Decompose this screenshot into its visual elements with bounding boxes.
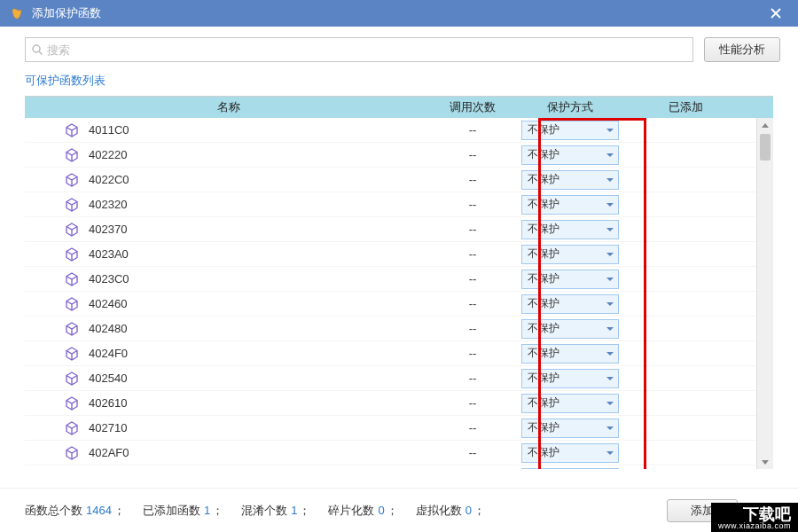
table-row[interactable]: 402710--不保护 [25,416,772,441]
protect-mode-dropdown[interactable]: 不保护 [521,419,619,438]
scroll-thumb[interactable] [760,134,771,160]
table-row[interactable]: 402460--不保护 [25,292,772,317]
protect-mode-dropdown[interactable]: 不保护 [521,369,619,388]
cell-name: 4023A0 [25,246,433,262]
protect-mode-dropdown[interactable]: 不保护 [521,394,619,413]
cube-icon [64,346,80,362]
col-added[interactable]: 已添加 [628,99,743,115]
cell-name: 402480 [25,321,433,337]
chevron-down-icon [606,203,614,207]
cell-calls: -- [433,322,512,335]
protect-mode-dropdown[interactable]: 不保护 [521,344,619,364]
cell-calls: -- [433,446,512,459]
protect-mode-dropdown[interactable]: 不保护 [521,270,619,289]
scroll-down-button[interactable] [757,455,773,469]
protect-mode-dropdown[interactable]: 不保护 [521,468,619,470]
cell-calls: -- [433,272,512,286]
protect-mode-dropdown[interactable]: 不保护 [521,443,619,463]
table-row[interactable]: 4023A0--不保护 [25,242,772,267]
cube-icon [64,222,80,238]
performance-button[interactable]: 性能分析 [704,37,780,62]
cell-calls: -- [433,247,512,261]
cube-icon [64,445,80,461]
protect-mode-dropdown[interactable]: 不保护 [521,319,619,339]
watermark: 下载吧 www.xiazaiba.com [711,503,798,532]
chevron-down-icon [606,402,614,405]
table-row[interactable]: 402220--不保护 [25,143,772,168]
confuse-value: 1 [291,504,297,517]
cell-mode: 不保护 [512,145,628,165]
cell-name: 4022C0 [25,172,433,188]
col-calls[interactable]: 调用次数 [433,99,512,115]
close-button[interactable] [763,0,789,27]
chevron-down-icon [606,178,614,182]
cell-name: 4011C0 [25,122,433,138]
cell-mode: 不保护 [512,369,628,388]
chevron-down-icon [606,302,614,306]
chevron-down-icon [606,278,614,281]
table-row[interactable]: 4023C0--不保护 [25,267,772,292]
cube-icon [64,271,80,287]
table-row[interactable]: 402370--不保护 [25,217,772,242]
added-value: 1 [204,504,210,517]
search-input-wrap[interactable] [25,37,693,62]
cube-icon [64,122,80,138]
search-icon [31,43,43,56]
cell-name: 4024F0 [25,346,433,362]
col-name[interactable]: 名称 [25,99,433,115]
table-header: 名称 调用次数 保护方式 已添加 [25,97,773,118]
cell-mode: 不保护 [512,344,628,364]
function-name: 4023C0 [89,272,129,286]
table-row[interactable]: 402AF0--不保护 [25,441,772,466]
protect-mode-dropdown[interactable]: 不保护 [521,220,619,239]
cell-mode: 不保护 [512,443,628,463]
protect-mode-dropdown[interactable]: 不保护 [521,121,619,140]
search-input[interactable] [47,43,687,57]
scrollbar[interactable] [756,118,772,469]
table-row[interactable]: 4022C0--不保护 [25,168,772,192]
list-label: 可保护函数列表 [0,69,798,96]
cell-mode: 不保护 [512,394,628,413]
cell-mode: 不保护 [512,170,628,190]
table-row[interactable]: 402C00--不保护 [25,466,772,469]
chevron-down-icon [606,451,614,455]
function-name: 402370 [89,223,127,236]
function-name: 402AF0 [89,446,129,459]
table-row[interactable]: 402480--不保护 [25,317,772,341]
function-name: 4023A0 [89,247,129,261]
table-row[interactable]: 4011C0--不保护 [25,118,772,143]
table-row[interactable]: 4024F0--不保护 [25,341,772,366]
chevron-down-icon [606,253,614,256]
function-name: 402540 [89,372,127,385]
cube-icon [64,147,80,163]
cell-calls: -- [433,297,512,310]
window-title: 添加保护函数 [32,5,763,21]
protect-mode-dropdown[interactable]: 不保护 [521,195,619,215]
scroll-up-button[interactable] [757,118,773,132]
function-name: 402610 [89,396,127,410]
cube-icon [64,395,80,411]
protect-mode-dropdown[interactable]: 不保护 [521,145,619,165]
watermark-main: 下载吧 [718,506,791,522]
chevron-down-icon [606,153,614,157]
cell-mode: 不保护 [512,220,628,239]
cell-name: 402AF0 [25,445,433,461]
cell-calls: -- [433,372,512,385]
col-mode[interactable]: 保护方式 [512,99,628,115]
table-row[interactable]: 402540--不保护 [25,366,772,391]
frag-label: 碎片化数 [328,504,374,517]
table-body: 4011C0--不保护402220--不保护4022C0--不保护402320-… [25,118,773,469]
table-row[interactable]: 402610--不保护 [25,391,772,416]
chevron-down-icon [606,426,614,430]
cell-mode: 不保护 [512,419,628,438]
protect-mode-dropdown[interactable]: 不保护 [521,294,619,314]
protect-mode-dropdown[interactable]: 不保护 [521,245,619,264]
cell-calls: -- [433,347,512,360]
cell-name: 402460 [25,296,433,312]
function-name: 402220 [89,148,127,161]
protect-mode-dropdown[interactable]: 不保护 [521,170,619,190]
function-name: 4024F0 [89,347,128,360]
app-icon [9,5,25,21]
function-name: 402710 [89,421,127,434]
table-row[interactable]: 402320--不保护 [25,192,772,217]
